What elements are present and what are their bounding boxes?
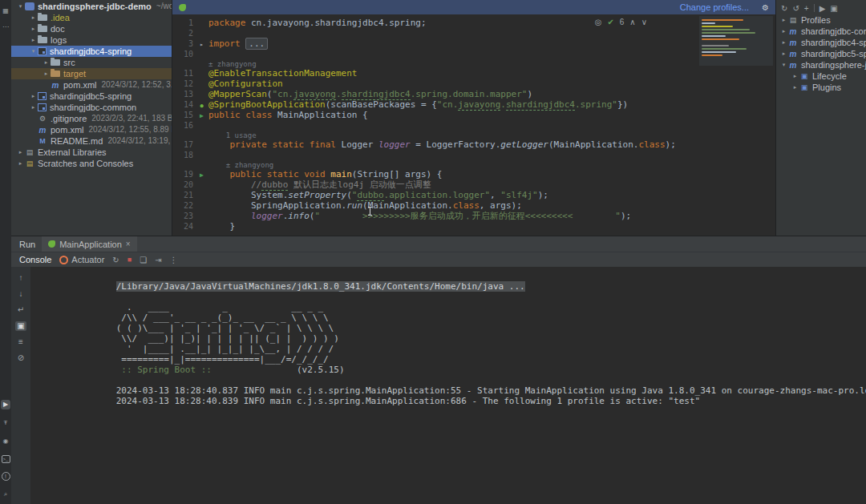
chevron-icon[interactable]: ▸	[16, 147, 25, 158]
code-line[interactable]: 22 SpringApplication.run(MainApplication…	[172, 200, 775, 211]
code-line[interactable]: 11 @EnableTransactionManagement	[172, 68, 775, 79]
chevron-icon[interactable]: ▸	[29, 91, 38, 102]
minimap[interactable]	[699, 16, 773, 66]
code-line[interactable]: 18	[172, 150, 775, 160]
chevron-icon[interactable]: ▾	[29, 46, 38, 57]
tree-item[interactable]: ▾ shardingjdbc4-spring	[11, 46, 172, 57]
chevron-icon[interactable]: ▸	[779, 26, 788, 37]
chevron-icon[interactable]: ▸	[16, 158, 25, 169]
tree-item[interactable]: ▸ Scratches and Consoles	[11, 158, 172, 169]
maven-item[interactable]: ▸ Profiles	[776, 14, 866, 26]
tree-item[interactable]: .gitignore 2023/2/3, 22:41, 183 B 2024/1…	[11, 113, 172, 124]
chevron-icon[interactable]: ▸	[779, 37, 788, 48]
code-line[interactable]: 20 //dubbo 默认日志走log4j 启动做一点调整	[172, 179, 775, 190]
maven-run-icon[interactable]: ▶	[819, 4, 826, 13]
more-tools-icon[interactable]: ⋯	[1, 22, 10, 32]
change-profiles-link[interactable]: Change profiles...	[680, 2, 749, 12]
down-icon[interactable]: ↓	[15, 289, 26, 299]
prev-problem-icon[interactable]: ∧	[629, 18, 635, 26]
tab-console[interactable]: Console	[19, 255, 51, 264]
maven-add-icon[interactable]: +	[804, 4, 809, 13]
stop-icon[interactable]: ■	[127, 256, 132, 264]
project-tool-icon[interactable]: ▦	[1, 6, 10, 16]
chevron-icon[interactable]: ▸	[29, 102, 38, 113]
code-line[interactable]: ± zhangyong	[172, 59, 775, 68]
run-tool-icon[interactable]: ▶	[1, 400, 10, 409]
terminal-tool-icon[interactable]: >_	[2, 455, 10, 463]
code-line[interactable]: 3 ▸ import ...	[172, 38, 775, 49]
tree-item[interactable]: ▸ src	[11, 57, 172, 68]
tree-item[interactable]: ▸ logs	[11, 34, 172, 46]
tree-item[interactable]: ▸ shardingjdbc-common	[11, 102, 172, 113]
code-line[interactable]: 23 logger.info(" >>>>>>>>>服务启动成功，开启新的征程<…	[172, 211, 775, 221]
code-line[interactable]: 15 ▶ public class MainApplication {	[172, 110, 775, 120]
chevron-icon[interactable]: ▸	[29, 12, 38, 23]
code-line[interactable]: 19 ▶ public static void main(String[] ar…	[172, 169, 775, 179]
maven-item[interactable]: ▸ shardingjdbc5-spring	[776, 48, 866, 59]
maven-sync-icon[interactable]: ↻	[781, 4, 787, 13]
tree-item[interactable]: ▸ .idea	[11, 12, 172, 23]
chevron-icon[interactable]: ▸	[29, 23, 38, 34]
up-icon[interactable]: ↑	[15, 273, 26, 283]
chevron-icon[interactable]: ▸	[791, 71, 799, 82]
maven-item[interactable]: ▸ Lifecycle	[776, 71, 866, 82]
gutter-icon[interactable]: ▶	[200, 171, 204, 179]
console-output[interactable]: /Library/Java/JavaVirtualMachines/jdk1.8…	[30, 267, 866, 504]
tree-item[interactable]: pom.xml 2024/3/12, 12:55, 8.89 kB Yester…	[11, 124, 172, 135]
maven-item[interactable]: ▸ shardingjdbc-common	[776, 26, 866, 37]
chevron-icon[interactable]: ▾	[16, 1, 25, 12]
code-line[interactable]: 1 usage	[172, 131, 775, 139]
gutter-icon[interactable]: ▶	[200, 112, 204, 119]
code-line[interactable]: 13 @MapperScan("cn.javayong.shardingjdbc…	[172, 89, 775, 99]
services-tool-icon[interactable]: ◉	[1, 437, 10, 446]
run-tab-mainapplication[interactable]: MainApplication ×	[42, 236, 137, 252]
chevron-icon[interactable]: ▸	[29, 34, 38, 46]
kebab-menu-icon[interactable]: ⋮	[170, 256, 178, 264]
tree-item[interactable]: ▸ doc	[11, 23, 172, 34]
search-tool-icon[interactable]: ⌕	[1, 490, 10, 499]
code-line[interactable]: 16	[172, 120, 775, 131]
reader-mode-icon[interactable]: ◎	[595, 18, 602, 26]
maven-hide-icon[interactable]: ▣	[830, 4, 837, 13]
print-icon[interactable]: ≡	[15, 337, 26, 347]
chevron-icon[interactable]: ▸	[42, 57, 51, 68]
export-icon[interactable]: ❏	[140, 256, 147, 264]
scroll-icon[interactable]: ⇥	[155, 256, 161, 264]
gear-icon[interactable]: ⚙	[762, 3, 769, 12]
tree-item[interactable]: ▸ External Libraries	[11, 147, 172, 158]
close-icon[interactable]: ×	[126, 240, 131, 248]
chevron-icon[interactable]: ▸	[791, 82, 799, 93]
code-line[interactable]: ± zhangyong	[172, 160, 775, 169]
tree-item[interactable]: ▾ shardingsphere-jdbc-demo ~/workspace/j…	[11, 1, 172, 12]
code-line[interactable]: 12 @Configuration	[172, 79, 775, 89]
problems-tool-icon[interactable]: !	[2, 472, 10, 481]
code-line[interactable]: 17 private static final Logger logger = …	[172, 139, 775, 150]
maven-item[interactable]: ▸ shardingjdbc4-spring	[776, 37, 866, 48]
code-line[interactable]: 14 ● @SpringBootApplication(scanBasePack…	[172, 99, 775, 110]
inspection-widget[interactable]: ◎ ✔ 6 ∧ ∨	[595, 18, 647, 26]
code-line[interactable]: 24 }	[172, 221, 775, 232]
tree-item[interactable]: ▸ shardingjdbc5-spring	[11, 91, 172, 102]
chevron-icon[interactable]: ▸	[42, 68, 51, 79]
tab-actuator[interactable]: Actuator	[59, 255, 104, 264]
chevron-icon[interactable]: ▾	[779, 59, 788, 71]
rerun-icon[interactable]: ↻	[112, 256, 119, 264]
code-area[interactable]: 1 package cn.javayong.shardingjdbc4.spri…	[172, 14, 775, 236]
soft-wrap-icon[interactable]: ↵	[15, 305, 26, 315]
endpoints-tool-icon[interactable]: Ŧ	[1, 418, 10, 428]
gutter-icon[interactable]: ●	[200, 103, 203, 109]
tree-item[interactable]: ▸ target	[11, 68, 172, 79]
code-line[interactable]: 10	[172, 49, 775, 59]
chevron-icon[interactable]: ▸	[779, 14, 788, 26]
clear-icon[interactable]: ⊘	[15, 353, 26, 363]
code-line[interactable]: 21 System.setProperty("dubbo.application…	[172, 190, 775, 200]
tree-item[interactable]: pom.xml 2024/3/12, 12:52, 3.31 kB Yester…	[11, 79, 172, 91]
maven-reload-icon[interactable]: ↺	[792, 4, 799, 13]
maven-item[interactable]: ▾ shardingsphere-jdbc-demo	[776, 59, 866, 71]
scroll-to-end-icon[interactable]: ▣	[15, 321, 26, 331]
code-line[interactable]: 1 package cn.javayong.shardingjdbc4.spri…	[172, 18, 775, 28]
gutter-icon[interactable]: ▸	[200, 41, 204, 48]
maven-item[interactable]: ▸ Plugins	[776, 82, 866, 93]
tree-item[interactable]: README.md 2024/3/12, 13:19, 7.43 kB Yest…	[11, 135, 172, 147]
editor[interactable]: Change profiles... ⚙ ◎ ✔ 6 ∧ ∨ 1	[172, 0, 776, 236]
